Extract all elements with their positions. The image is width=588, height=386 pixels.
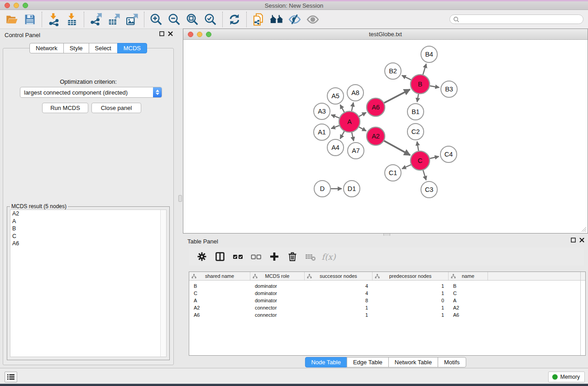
edge-B-B1[interactable] xyxy=(417,94,419,102)
vertical-splitter-handle[interactable] xyxy=(178,195,182,202)
column-header-name[interactable]: name xyxy=(449,272,488,280)
edge-C-C3[interactable] xyxy=(423,170,426,180)
tab-network[interactable]: Network xyxy=(29,43,64,53)
edge-A-A1[interactable] xyxy=(331,125,339,129)
table-cell: C xyxy=(189,291,250,296)
float-table-panel-icon[interactable] xyxy=(571,238,576,243)
column-header-successor-nodes[interactable]: successor nodes xyxy=(305,272,373,280)
tab-network-table[interactable]: Network Table xyxy=(388,357,438,367)
zoom-out-icon[interactable] xyxy=(166,12,182,27)
refresh-icon[interactable] xyxy=(226,12,243,27)
edge-A-A7[interactable] xyxy=(352,132,354,141)
hide-graphics-details-icon[interactable] xyxy=(287,12,303,27)
result-list-item[interactable]: C xyxy=(10,233,166,240)
table-cell: 1 xyxy=(305,305,373,310)
table-cell: dominator xyxy=(250,298,305,303)
import-table-icon[interactable] xyxy=(64,12,80,27)
mcds-result-title: MCDS result (5 nodes) xyxy=(10,203,68,210)
edge-A-A2[interactable] xyxy=(359,127,366,131)
edge-B-B3[interactable] xyxy=(430,86,440,88)
show-columns-icon[interactable] xyxy=(213,250,227,263)
list-icon xyxy=(7,373,15,381)
tab-mcds[interactable]: MCDS xyxy=(117,43,147,53)
import-network-icon[interactable] xyxy=(46,12,62,27)
close-panel-icon[interactable] xyxy=(168,31,173,36)
result-list-scrollbar[interactable] xyxy=(160,210,166,357)
mcds-result-list[interactable]: A2ABCA6 xyxy=(10,210,167,357)
table-panel: Table Panel xyxy=(183,236,588,368)
table-toolbar: f(x) xyxy=(189,248,584,266)
float-panel-icon[interactable] xyxy=(159,31,164,36)
deselect-all-checkboxes-icon[interactable] xyxy=(249,250,263,263)
table-row[interactable]: Bdominator41B xyxy=(189,282,585,290)
table-cell: A2 xyxy=(189,305,250,310)
network-canvas[interactable]: B4B2BB3A5A8A6A3AB1A1A2C2A4A7C4CC1DD1C3 xyxy=(183,40,588,233)
result-list-item[interactable]: A6 xyxy=(10,240,166,248)
table-row[interactable]: Adominator80A xyxy=(189,297,585,304)
memory-button[interactable]: Memory xyxy=(548,372,585,382)
run-mcds-button[interactable]: Run MCDS xyxy=(42,103,88,113)
add-column-icon[interactable] xyxy=(268,250,281,263)
optimization-criterion-label: Optimization criterion: xyxy=(3,78,173,85)
edge-C-C2[interactable] xyxy=(417,142,418,151)
criterion-dropdown-value: largest connected component (directed) xyxy=(20,89,153,96)
edge-A-A3[interactable] xyxy=(331,115,339,118)
column-header-mcds-role[interactable]: MCDS role xyxy=(250,272,305,280)
edge-A-A5[interactable] xyxy=(340,105,344,112)
zoom-fit-icon[interactable] xyxy=(184,12,201,27)
show-view-icon[interactable] xyxy=(305,12,321,27)
node-table[interactable]: shared nameMCDS rolesuccessor nodesprede… xyxy=(189,272,586,356)
table-row[interactable]: Cdominator41C xyxy=(189,290,585,297)
window-resize-grip[interactable] xyxy=(580,226,587,232)
table-row[interactable]: A6connector11A6 xyxy=(189,311,585,319)
task-history-button[interactable] xyxy=(5,372,17,382)
edge-C-C4[interactable] xyxy=(430,157,439,158)
result-list-item[interactable]: B xyxy=(10,225,166,233)
clone-network-icon[interactable] xyxy=(250,12,267,27)
table-cell: 4 xyxy=(305,283,373,289)
control-panel-header: Control Panel xyxy=(0,29,177,40)
table-cell: connector xyxy=(250,305,305,310)
zoom-in-icon[interactable] xyxy=(148,12,164,27)
delete-column-icon[interactable] xyxy=(286,250,299,263)
table-row[interactable]: A2connector11A2 xyxy=(189,304,585,311)
tab-style[interactable]: Style xyxy=(63,43,89,53)
edge-B-B4[interactable] xyxy=(423,64,426,75)
export-network-icon[interactable] xyxy=(88,12,104,27)
table-scrollbar[interactable] xyxy=(580,272,581,355)
edge-A-A8[interactable] xyxy=(352,103,354,111)
edge-C-C1[interactable] xyxy=(402,165,411,169)
delete-table-icon[interactable] xyxy=(304,250,317,263)
node-label-A8: A8 xyxy=(351,89,359,96)
save-session-icon[interactable] xyxy=(22,12,38,27)
cybrowser-home-icon[interactable] xyxy=(268,12,285,27)
export-table-icon[interactable] xyxy=(106,12,122,27)
edge-A6-B[interactable] xyxy=(384,90,410,103)
column-header-predecessor-nodes[interactable]: predecessor nodes xyxy=(373,272,449,280)
tab-edge-table[interactable]: Edge Table xyxy=(347,357,389,367)
dropdown-stepper-icon xyxy=(153,87,162,97)
open-session-icon[interactable] xyxy=(4,12,20,27)
zoom-selected-icon[interactable] xyxy=(202,12,219,27)
criterion-dropdown[interactable]: largest connected component (directed) xyxy=(20,87,162,98)
search-input[interactable] xyxy=(449,14,583,24)
edge-B-B2[interactable] xyxy=(402,76,411,80)
column-header-shared-name[interactable]: shared name xyxy=(189,272,250,280)
function-builder-icon[interactable]: f(x) xyxy=(322,250,335,263)
edge-A-A6[interactable] xyxy=(359,113,366,117)
select-all-checkboxes-icon[interactable] xyxy=(231,250,245,263)
edge-A-A4[interactable] xyxy=(340,131,344,139)
table-cell: 0 xyxy=(373,298,449,303)
close-table-panel-icon[interactable] xyxy=(579,238,584,243)
export-image-icon[interactable] xyxy=(124,12,140,27)
result-list-item[interactable]: A xyxy=(10,218,166,225)
close-panel-button[interactable]: Close panel xyxy=(91,103,141,113)
tab-motifs[interactable]: Motifs xyxy=(438,357,466,367)
main-toolbar xyxy=(0,10,588,29)
edge-A2-C[interactable] xyxy=(384,141,410,155)
settings-gear-icon[interactable] xyxy=(195,250,209,263)
tab-select[interactable]: Select xyxy=(89,43,118,53)
tab-node-table[interactable]: Node Table xyxy=(305,357,347,367)
fx-label: f(x) xyxy=(322,252,336,262)
result-list-item[interactable]: A2 xyxy=(10,210,166,218)
